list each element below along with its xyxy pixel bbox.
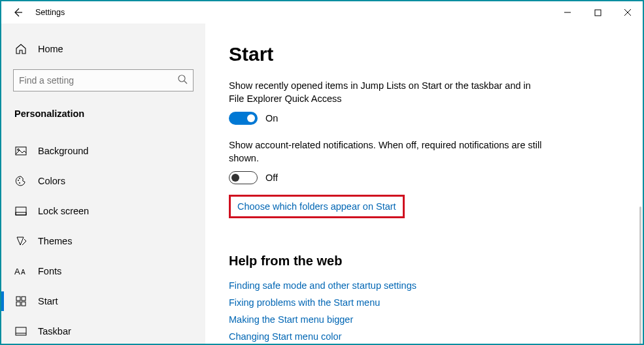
start-icon [14,295,27,308]
sidebar-item-label: Background [38,146,88,156]
sidebar-item-background[interactable]: Background [1,136,205,166]
highlight-annotation: Choose which folders appear on Start [229,195,405,218]
help-link[interactable]: Finding safe mode and other startup sett… [229,280,617,291]
svg-rect-15 [16,297,20,301]
titlebar: Settings [1,1,643,24]
sidebar-item-fonts[interactable]: AA Fonts [1,256,205,286]
toggle-state-label: On [265,113,278,123]
toggle-row-jump-lists: On [229,112,617,125]
svg-point-4 [178,75,185,82]
toggle-row-account-notifications: Off [229,171,617,184]
help-link[interactable]: Making the Start menu bigger [229,314,617,325]
svg-point-10 [19,182,20,184]
home-label: Home [38,44,63,54]
fonts-icon: AA [14,265,27,278]
sidebar-item-label: Taskbar [38,326,71,337]
settings-window: Settings Home [0,0,644,345]
back-button[interactable] [7,1,29,24]
themes-icon [14,235,27,248]
home-nav[interactable]: Home [1,37,205,61]
search-icon [177,74,188,87]
window-title: Settings [35,8,65,17]
svg-point-9 [19,178,20,179]
minimize-button[interactable] [552,1,583,24]
window-body: Home Personalization Background [1,24,643,344]
search-wrap [1,61,205,95]
svg-rect-1 [595,10,601,16]
lock-screen-icon [14,205,27,218]
search-box[interactable] [13,69,194,91]
help-link[interactable]: Fixing problems with the Start menu [229,297,617,308]
sidebar-item-label: Start [38,296,58,306]
choose-folders-link[interactable]: Choose which folders appear on Start [237,201,396,212]
help-heading: Help from the web [229,254,617,269]
toggle-account-notifications[interactable] [229,171,258,184]
close-button[interactable] [613,1,643,24]
sidebar-item-label: Fonts [38,266,61,276]
window-controls [552,1,643,24]
svg-point-7 [18,149,20,151]
svg-rect-18 [22,302,25,306]
sidebar-item-colors[interactable]: Colors [1,166,205,196]
svg-text:A: A [14,267,20,276]
sidebar: Home Personalization Background [1,24,205,344]
toggle-jump-lists[interactable] [229,112,258,125]
svg-line-5 [184,81,187,84]
section-title: Personalization [1,95,205,123]
picture-icon [14,144,27,157]
help-link[interactable]: Changing Start menu color [229,331,617,342]
sidebar-item-taskbar[interactable]: Taskbar [1,316,205,344]
palette-icon [14,174,27,188]
sidebar-item-themes[interactable]: Themes [1,226,205,256]
setting-desc: Show account-related notifications. When… [229,139,543,165]
scrollbar[interactable] [639,206,641,344]
svg-rect-16 [22,297,25,301]
setting-desc: Show recently opened items in Jump Lists… [229,80,543,105]
toggle-state-label: Off [265,172,278,183]
svg-text:A: A [21,269,25,276]
sidebar-item-lock-screen[interactable]: Lock screen [1,196,205,226]
sidebar-item-label: Lock screen [38,206,89,216]
sidebar-item-label: Colors [38,176,65,186]
page-title: Start [229,43,617,65]
nav-list: Background Colors Lock screen [1,136,205,344]
svg-rect-12 [16,212,26,215]
sidebar-item-start[interactable]: Start [1,286,205,316]
search-input[interactable] [19,75,177,86]
sidebar-item-label: Themes [38,236,72,246]
home-icon [14,42,27,56]
help-links: Finding safe mode and other startup sett… [229,280,617,342]
svg-point-8 [18,180,19,181]
svg-rect-17 [16,302,20,306]
svg-rect-11 [16,207,26,215]
taskbar-icon [14,325,27,338]
maximize-button[interactable] [583,1,613,24]
svg-rect-19 [16,327,26,335]
main-panel: Start Show recently opened items in Jump… [205,24,643,344]
